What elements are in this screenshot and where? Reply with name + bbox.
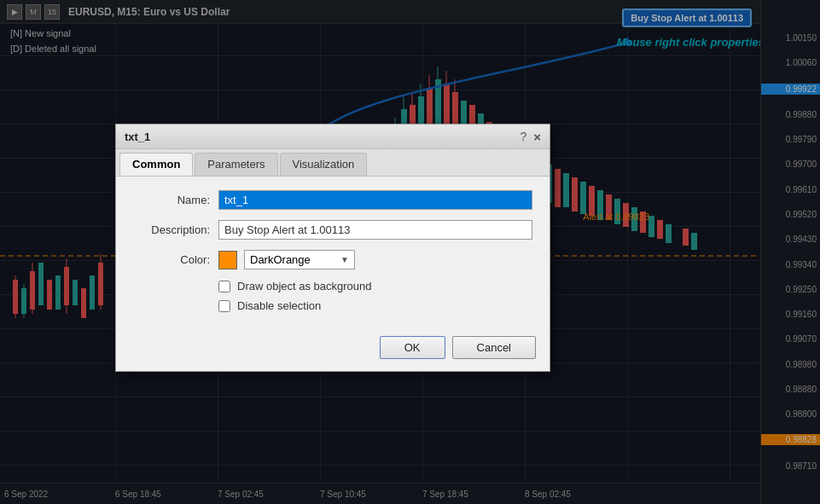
draw-background-label: Draw object as background (237, 280, 372, 293)
dialog-footer: OK Cancel (116, 327, 550, 371)
cancel-button[interactable]: Cancel (452, 336, 536, 359)
tab-parameters[interactable]: Parameters (195, 153, 277, 176)
draw-background-checkbox[interactable] (218, 281, 230, 293)
draw-background-row: Draw object as background (218, 280, 532, 293)
name-row: Name: (133, 190, 532, 210)
dialog-tabs: Common Parameters Visualization (116, 149, 550, 177)
color-value: DarkOrange (250, 253, 311, 266)
disable-selection-label: Disable selection (237, 299, 321, 312)
dialog-title: txt_1 (125, 130, 150, 143)
color-label: Color: (133, 253, 218, 266)
dialog-close-button[interactable]: × (533, 130, 541, 143)
color-swatch[interactable] (218, 251, 237, 269)
description-input[interactable] (218, 220, 532, 240)
dialog-titlebar-buttons: ? × (520, 130, 541, 143)
color-dropdown[interactable]: DarkOrange ▼ (244, 250, 355, 269)
ok-button[interactable]: OK (380, 336, 445, 359)
disable-selection-row: Disable selection (218, 299, 532, 312)
color-row: Color: DarkOrange ▼ (133, 250, 532, 269)
chevron-down-icon: ▼ (340, 255, 349, 264)
name-input[interactable] (218, 190, 532, 210)
dialog-body: Name: Description: Color: DarkOrange ▼ D… (116, 177, 550, 327)
tab-visualization[interactable]: Visualization (280, 153, 368, 176)
dialog-help-button[interactable]: ? (520, 130, 526, 143)
dialog: txt_1 ? × Common Parameters Visualizatio… (115, 124, 550, 372)
name-label: Name: (133, 194, 218, 206)
disable-selection-checkbox[interactable] (218, 300, 230, 312)
tab-common[interactable]: Common (119, 153, 193, 176)
description-label: Description: (133, 223, 218, 236)
dialog-titlebar: txt_1 ? × (116, 125, 550, 149)
description-row: Description: (133, 220, 532, 240)
